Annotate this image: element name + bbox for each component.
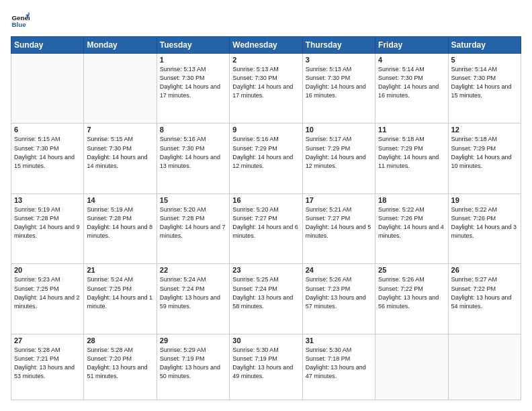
- calendar-cell: [84, 54, 157, 124]
- svg-text:Blue: Blue: [11, 21, 26, 28]
- day-number: 15: [160, 196, 226, 204]
- calendar-cell: 14Sunrise: 5:19 AM Sunset: 7:28 PM Dayli…: [84, 193, 157, 263]
- day-number: 5: [451, 56, 518, 64]
- calendar-cell: 26Sunrise: 5:27 AM Sunset: 7:22 PM Dayli…: [448, 264, 521, 334]
- day-info: Sunrise: 5:13 AM Sunset: 7:30 PM Dayligh…: [232, 65, 299, 100]
- day-number: 19: [451, 196, 518, 204]
- day-info: Sunrise: 5:24 AM Sunset: 7:24 PM Dayligh…: [160, 275, 226, 310]
- calendar-cell: 20Sunrise: 5:23 AM Sunset: 7:25 PM Dayli…: [11, 264, 84, 334]
- calendar-cell: 27Sunrise: 5:28 AM Sunset: 7:21 PM Dayli…: [11, 334, 84, 400]
- weekday-header-thursday: Thursday: [302, 37, 375, 54]
- calendar-cell: 25Sunrise: 5:26 AM Sunset: 7:22 PM Dayli…: [375, 264, 448, 334]
- day-number: 10: [306, 126, 372, 134]
- weekday-header-tuesday: Tuesday: [157, 37, 229, 54]
- day-number: 23: [232, 266, 299, 274]
- day-info: Sunrise: 5:28 AM Sunset: 7:20 PM Dayligh…: [87, 346, 153, 381]
- calendar-cell: [375, 334, 448, 400]
- day-info: Sunrise: 5:29 AM Sunset: 7:19 PM Dayligh…: [160, 346, 226, 381]
- day-info: Sunrise: 5:18 AM Sunset: 7:29 PM Dayligh…: [451, 135, 518, 170]
- calendar-cell: 19Sunrise: 5:22 AM Sunset: 7:26 PM Dayli…: [448, 193, 521, 263]
- day-info: Sunrise: 5:22 AM Sunset: 7:26 PM Dayligh…: [378, 205, 445, 240]
- calendar-cell: 16Sunrise: 5:20 AM Sunset: 7:27 PM Dayli…: [230, 193, 302, 263]
- day-info: Sunrise: 5:20 AM Sunset: 7:28 PM Dayligh…: [160, 205, 226, 240]
- calendar-cell: 10Sunrise: 5:17 AM Sunset: 7:29 PM Dayli…: [302, 124, 375, 193]
- calendar-cell: [448, 334, 521, 400]
- day-number: 28: [87, 336, 153, 345]
- day-info: Sunrise: 5:30 AM Sunset: 7:19 PM Dayligh…: [232, 346, 299, 381]
- calendar-cell: 7Sunrise: 5:15 AM Sunset: 7:30 PM Daylig…: [84, 124, 157, 193]
- day-number: 22: [160, 266, 226, 274]
- weekday-header-sunday: Sunday: [11, 37, 84, 54]
- calendar-cell: [11, 54, 84, 124]
- day-info: Sunrise: 5:16 AM Sunset: 7:30 PM Dayligh…: [160, 135, 226, 170]
- calendar-cell: 21Sunrise: 5:24 AM Sunset: 7:25 PM Dayli…: [84, 264, 157, 334]
- calendar-cell: 30Sunrise: 5:30 AM Sunset: 7:19 PM Dayli…: [230, 334, 302, 400]
- calendar-cell: 2Sunrise: 5:13 AM Sunset: 7:30 PM Daylig…: [230, 54, 302, 124]
- day-info: Sunrise: 5:20 AM Sunset: 7:27 PM Dayligh…: [232, 205, 299, 240]
- day-number: 2: [232, 56, 299, 64]
- day-info: Sunrise: 5:14 AM Sunset: 7:30 PM Dayligh…: [451, 65, 518, 100]
- calendar-cell: 18Sunrise: 5:22 AM Sunset: 7:26 PM Dayli…: [375, 193, 448, 263]
- logo-icon: General Blue: [11, 11, 30, 30]
- calendar-cell: 15Sunrise: 5:20 AM Sunset: 7:28 PM Dayli…: [157, 193, 229, 263]
- day-number: 18: [378, 196, 445, 204]
- calendar-cell: 22Sunrise: 5:24 AM Sunset: 7:24 PM Dayli…: [157, 264, 229, 334]
- day-number: 14: [87, 196, 153, 204]
- day-number: 13: [14, 196, 81, 204]
- day-info: Sunrise: 5:17 AM Sunset: 7:29 PM Dayligh…: [306, 135, 372, 170]
- day-info: Sunrise: 5:30 AM Sunset: 7:18 PM Dayligh…: [306, 346, 372, 381]
- day-number: 20: [14, 266, 81, 274]
- calendar-cell: 24Sunrise: 5:26 AM Sunset: 7:23 PM Dayli…: [302, 264, 375, 334]
- day-info: Sunrise: 5:13 AM Sunset: 7:30 PM Dayligh…: [160, 65, 226, 100]
- day-number: 29: [160, 336, 226, 345]
- calendar-cell: 4Sunrise: 5:14 AM Sunset: 7:30 PM Daylig…: [375, 54, 448, 124]
- day-info: Sunrise: 5:28 AM Sunset: 7:21 PM Dayligh…: [14, 346, 81, 381]
- day-info: Sunrise: 5:21 AM Sunset: 7:27 PM Dayligh…: [306, 205, 372, 240]
- weekday-header-wednesday: Wednesday: [230, 37, 302, 54]
- calendar-cell: 28Sunrise: 5:28 AM Sunset: 7:20 PM Dayli…: [84, 334, 157, 400]
- calendar-cell: 1Sunrise: 5:13 AM Sunset: 7:30 PM Daylig…: [157, 54, 229, 124]
- day-info: Sunrise: 5:15 AM Sunset: 7:30 PM Dayligh…: [87, 135, 153, 170]
- weekday-header-saturday: Saturday: [448, 37, 521, 54]
- day-info: Sunrise: 5:19 AM Sunset: 7:28 PM Dayligh…: [14, 205, 81, 240]
- day-number: 26: [451, 266, 518, 274]
- calendar-cell: 11Sunrise: 5:18 AM Sunset: 7:29 PM Dayli…: [375, 124, 448, 193]
- day-number: 24: [306, 266, 372, 274]
- calendar-cell: 9Sunrise: 5:16 AM Sunset: 7:29 PM Daylig…: [230, 124, 302, 193]
- day-info: Sunrise: 5:23 AM Sunset: 7:25 PM Dayligh…: [14, 275, 81, 310]
- day-number: 6: [14, 126, 81, 134]
- day-info: Sunrise: 5:26 AM Sunset: 7:22 PM Dayligh…: [378, 275, 445, 310]
- calendar-cell: 17Sunrise: 5:21 AM Sunset: 7:27 PM Dayli…: [302, 193, 375, 263]
- calendar-cell: 31Sunrise: 5:30 AM Sunset: 7:18 PM Dayli…: [302, 334, 375, 400]
- day-info: Sunrise: 5:26 AM Sunset: 7:23 PM Dayligh…: [306, 275, 372, 310]
- weekday-header-friday: Friday: [375, 37, 448, 54]
- calendar-cell: 13Sunrise: 5:19 AM Sunset: 7:28 PM Dayli…: [11, 193, 84, 263]
- day-number: 12: [451, 126, 518, 134]
- day-number: 1: [160, 56, 226, 64]
- day-number: 27: [14, 336, 81, 345]
- day-info: Sunrise: 5:13 AM Sunset: 7:30 PM Dayligh…: [306, 65, 372, 100]
- day-number: 11: [378, 126, 445, 134]
- calendar-cell: 5Sunrise: 5:14 AM Sunset: 7:30 PM Daylig…: [448, 54, 521, 124]
- day-number: 25: [378, 266, 445, 274]
- day-info: Sunrise: 5:19 AM Sunset: 7:28 PM Dayligh…: [87, 205, 153, 240]
- logo: General Blue: [11, 11, 32, 30]
- day-number: 3: [306, 56, 372, 64]
- day-number: 16: [232, 196, 299, 204]
- day-info: Sunrise: 5:18 AM Sunset: 7:29 PM Dayligh…: [378, 135, 445, 170]
- day-info: Sunrise: 5:15 AM Sunset: 7:30 PM Dayligh…: [14, 135, 81, 170]
- day-number: 8: [160, 126, 226, 134]
- day-info: Sunrise: 5:25 AM Sunset: 7:24 PM Dayligh…: [232, 275, 299, 310]
- day-info: Sunrise: 5:14 AM Sunset: 7:30 PM Dayligh…: [378, 65, 445, 100]
- calendar-cell: 29Sunrise: 5:29 AM Sunset: 7:19 PM Dayli…: [157, 334, 229, 400]
- day-info: Sunrise: 5:24 AM Sunset: 7:25 PM Dayligh…: [87, 275, 153, 310]
- day-number: 21: [87, 266, 153, 274]
- day-number: 17: [306, 196, 372, 204]
- calendar-cell: 6Sunrise: 5:15 AM Sunset: 7:30 PM Daylig…: [11, 124, 84, 193]
- calendar-cell: 23Sunrise: 5:25 AM Sunset: 7:24 PM Dayli…: [230, 264, 302, 334]
- calendar-cell: 3Sunrise: 5:13 AM Sunset: 7:30 PM Daylig…: [302, 54, 375, 124]
- day-number: 9: [232, 126, 299, 134]
- day-number: 31: [306, 336, 372, 345]
- calendar-cell: 8Sunrise: 5:16 AM Sunset: 7:30 PM Daylig…: [157, 124, 229, 193]
- calendar-cell: 12Sunrise: 5:18 AM Sunset: 7:29 PM Dayli…: [448, 124, 521, 193]
